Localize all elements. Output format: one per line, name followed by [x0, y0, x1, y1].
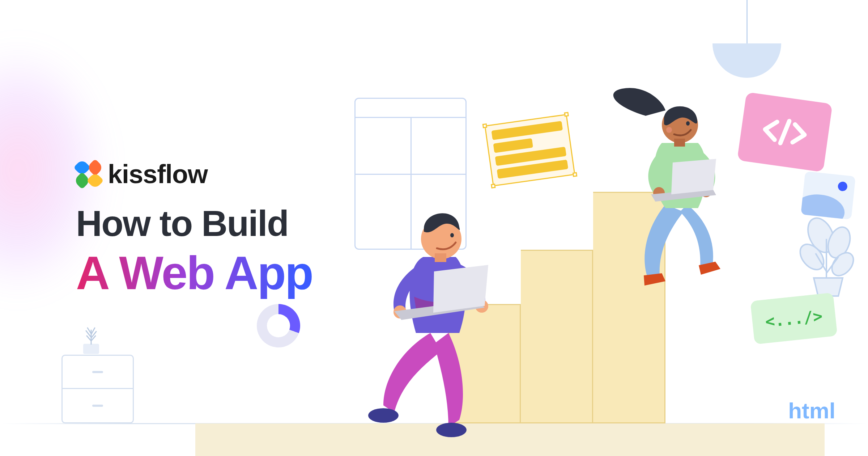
- code-text: <.../>: [764, 306, 823, 330]
- person-male-illustration: [340, 181, 564, 442]
- brand-name: kissflow: [108, 159, 208, 189]
- svg-point-12: [450, 233, 454, 237]
- svg-point-17: [686, 121, 690, 126]
- image-placeholder-icon: [801, 171, 856, 220]
- headline-line-1: How to Build: [76, 203, 312, 244]
- headline: How to Build A Web App: [76, 203, 312, 300]
- small-plant-icon: [83, 344, 99, 354]
- svg-point-8: [436, 423, 467, 437]
- hero-banner: <.../>: [0, 0, 868, 456]
- svg-point-18: [666, 127, 672, 133]
- cabinet-icon: [61, 355, 134, 423]
- brand-logo: kissflow: [76, 159, 208, 189]
- pendant-lamp-icon: [712, 0, 781, 78]
- person-female-illustration: [593, 81, 767, 306]
- svg-rect-13: [435, 253, 446, 262]
- svg-point-7: [368, 408, 399, 423]
- kissflow-logo-icon: [76, 161, 101, 187]
- form-card-icon: [484, 114, 575, 186]
- svg-rect-19: [674, 139, 685, 147]
- headline-line-2: A Web App: [76, 246, 312, 300]
- donut-chart-icon: [257, 304, 300, 347]
- potted-plant-icon: [796, 217, 857, 298]
- html-label: html: [788, 398, 835, 423]
